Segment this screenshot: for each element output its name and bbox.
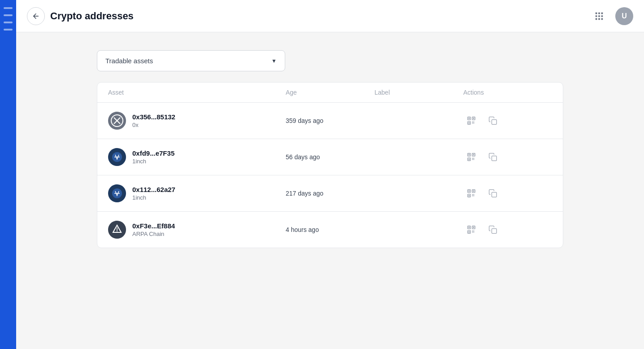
svg-rect-3 (596, 15, 597, 17)
filter-container: Tradable assets ▼ (97, 50, 563, 71)
header-left: Crypto addresses (27, 7, 134, 25)
sidebar-indicator-2 (4, 14, 13, 16)
header: Crypto addresses U (16, 0, 644, 32)
token-icon-4 (108, 221, 126, 239)
svg-rect-34 (472, 159, 473, 160)
chevron-down-icon: ▼ (271, 58, 277, 64)
sidebar-indicator-4 (4, 29, 13, 31)
svg-rect-16 (469, 118, 470, 119)
svg-rect-64 (492, 229, 497, 234)
svg-rect-57 (469, 227, 470, 228)
svg-rect-19 (472, 122, 473, 122)
svg-rect-42 (469, 191, 470, 192)
svg-rect-8 (601, 18, 603, 20)
svg-rect-22 (474, 123, 474, 124)
column-header-asset: Asset (108, 89, 286, 96)
address-4: 0xF3e...Ef884 (132, 222, 175, 230)
table-row: 0xF3e...Ef884 ARPA Chain 4 hours ago (97, 212, 563, 248)
addresses-table: Asset Age Label Actions 0x356...85132 (97, 82, 563, 248)
svg-rect-43 (473, 191, 474, 192)
token-name-4: ARPA Chain (132, 231, 175, 237)
asset-info-4: 0xF3e...Ef884 ARPA Chain (132, 222, 175, 237)
asset-info-1: 0x356...85132 0x (132, 113, 175, 128)
page-title: Crypto addresses (50, 10, 134, 22)
svg-rect-59 (469, 231, 470, 233)
qr-code-button-1[interactable] (463, 113, 479, 129)
asset-filter-dropdown[interactable]: Tradable assets ▼ (97, 50, 285, 71)
svg-rect-18 (469, 122, 470, 124)
table-header: Asset Age Label Actions (97, 83, 563, 103)
age-cell-4: 4 hours ago (286, 226, 374, 233)
column-header-age: Age (286, 89, 374, 96)
svg-rect-63 (474, 232, 474, 233)
copy-button-4[interactable] (485, 222, 501, 238)
table-row: 0x356...85132 0x 359 days ago (97, 103, 563, 139)
copy-button-3[interactable] (485, 185, 501, 201)
svg-rect-21 (472, 123, 473, 124)
qr-code-button-2[interactable] (463, 149, 479, 165)
svg-rect-36 (492, 156, 497, 161)
actions-cell-2 (463, 149, 552, 165)
age-cell-2: 56 days ago (286, 153, 374, 161)
svg-rect-5 (601, 15, 603, 17)
dropdown-label: Tradable assets (105, 57, 153, 65)
table-row: 0x112...62a27 1inch 217 days ago (97, 175, 563, 212)
age-cell-1: 359 days ago (286, 117, 374, 124)
address-3: 0x112...62a27 (132, 186, 175, 193)
qr-code-button-4[interactable] (463, 222, 479, 238)
asset-cell-1: 0x356...85132 0x (108, 112, 286, 130)
svg-rect-7 (598, 18, 600, 20)
avatar[interactable]: U (615, 7, 633, 25)
svg-rect-45 (472, 194, 473, 195)
sidebar-indicator-1 (4, 7, 13, 9)
table-row: 0xfd9...e7F35 1inch 56 days ago (97, 139, 563, 175)
svg-rect-61 (474, 231, 474, 231)
svg-rect-47 (472, 196, 473, 196)
main-content: Tradable assets ▼ Asset Age Label Action… (16, 32, 644, 266)
svg-rect-31 (469, 159, 470, 160)
svg-rect-17 (473, 118, 474, 119)
token-icon-2 (108, 148, 126, 166)
svg-rect-29 (469, 154, 470, 156)
svg-rect-60 (472, 231, 473, 231)
back-button[interactable] (27, 7, 45, 25)
actions-cell-4 (463, 222, 552, 238)
svg-rect-48 (474, 196, 474, 196)
svg-rect-49 (492, 192, 497, 197)
svg-rect-30 (473, 154, 474, 156)
svg-rect-58 (473, 227, 474, 228)
token-name-1: 0x (132, 122, 175, 128)
svg-rect-0 (596, 12, 597, 14)
qr-code-button-3[interactable] (463, 185, 479, 201)
svg-rect-46 (474, 194, 474, 195)
asset-cell-4: 0xF3e...Ef884 ARPA Chain (108, 221, 286, 239)
svg-rect-2 (601, 12, 603, 14)
token-icon-1 (108, 112, 126, 130)
asset-info-2: 0xfd9...e7F35 1inch (132, 149, 174, 165)
address-2: 0xfd9...e7F35 (132, 149, 174, 157)
svg-rect-35 (474, 159, 474, 160)
actions-cell-1 (463, 113, 552, 129)
svg-point-53 (117, 231, 117, 232)
copy-button-1[interactable] (485, 113, 501, 129)
svg-rect-23 (492, 120, 497, 125)
grid-menu-button[interactable] (590, 7, 608, 25)
svg-rect-20 (474, 122, 474, 122)
asset-cell-3: 0x112...62a27 1inch (108, 184, 286, 202)
asset-cell-2: 0xfd9...e7F35 1inch (108, 148, 286, 166)
svg-rect-44 (469, 195, 470, 196)
token-icon-3 (108, 184, 126, 202)
svg-rect-62 (472, 232, 473, 233)
sidebar (0, 0, 16, 349)
token-name-3: 1inch (132, 194, 175, 201)
column-header-label: Label (374, 89, 463, 96)
asset-info-3: 0x112...62a27 1inch (132, 186, 175, 201)
header-right: U (590, 7, 633, 25)
address-1: 0x356...85132 (132, 113, 175, 121)
svg-rect-1 (598, 12, 600, 14)
copy-button-2[interactable] (485, 149, 501, 165)
age-cell-3: 217 days ago (286, 190, 374, 197)
svg-rect-32 (472, 158, 473, 159)
actions-cell-3 (463, 185, 552, 201)
svg-rect-4 (598, 15, 600, 17)
